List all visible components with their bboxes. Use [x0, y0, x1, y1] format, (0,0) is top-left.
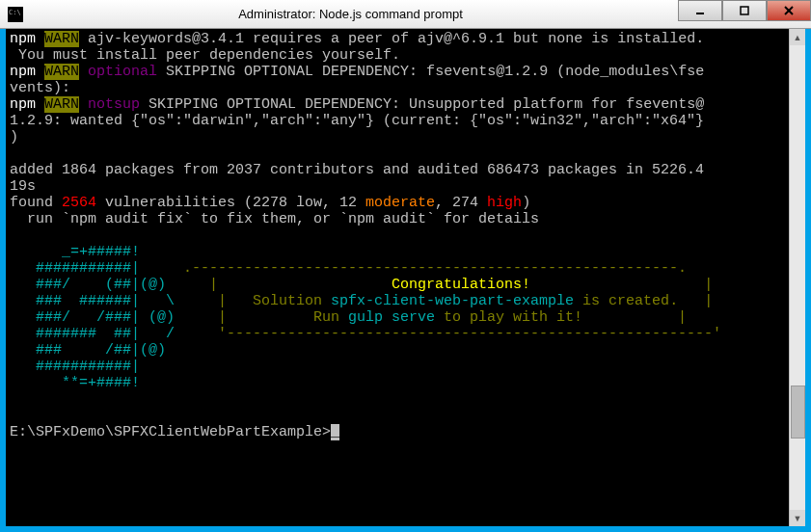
- svg-rect-1: [741, 7, 748, 14]
- close-icon: [783, 5, 795, 16]
- ascii-art: ###########|: [10, 260, 140, 277]
- output-text: ajv-keywords@3.4.1 requires a peer of aj…: [79, 31, 704, 47]
- prompt-path: E:\SPFxDemo\SPFXClientWebPartExample>: [10, 424, 331, 440]
- box-border: to play with it! |: [435, 309, 687, 326]
- scroll-thumb[interactable]: [791, 386, 805, 439]
- output-text: SKIPPING OPTIONAL DEPENDENCY: fsevents@1…: [157, 64, 704, 80]
- output-text: run `npm audit fix` to fix them, or `npm…: [10, 211, 539, 227]
- notsup-tag: notsup: [88, 96, 140, 113]
- moderate-tag: moderate: [365, 195, 435, 211]
- ascii-art: ####### ##| /: [10, 326, 175, 342]
- command-prompt-window: Administrator: Node.js command prompt np…: [0, 0, 811, 532]
- gulp-command: gulp serve: [348, 309, 435, 326]
- congrats-text: Congratulations!: [392, 277, 530, 293]
- npm-prefix: npm: [10, 64, 36, 80]
- output-text: , 274: [435, 195, 487, 211]
- output-text: ): [522, 195, 530, 211]
- box-border: '---------------------------------------…: [175, 326, 721, 342]
- minimize-button[interactable]: [678, 0, 722, 21]
- box-border: .---------------------------------------…: [140, 260, 687, 277]
- ascii-art: ###########|: [10, 359, 140, 375]
- app-icon: [8, 7, 23, 22]
- ascii-art: _=+#####!: [10, 244, 140, 260]
- solution-name: spfx-client-web-part-example: [331, 293, 574, 309]
- output-text: ): [10, 129, 18, 146]
- box-border: | Solution: [175, 293, 331, 309]
- output-text: vents):: [10, 80, 70, 96]
- vertical-scrollbar[interactable]: ▲ ▼: [789, 29, 805, 526]
- output-text: 1.2.9: wanted {"os":"darwin","arch":"any…: [10, 113, 704, 129]
- high-tag: high: [487, 195, 522, 211]
- vuln-count: 2564: [62, 195, 96, 211]
- npm-prefix: npm: [10, 31, 36, 47]
- scroll-up-button[interactable]: ▲: [790, 29, 805, 45]
- ascii-art: ### /##|(@): [10, 342, 166, 359]
- output-text: found: [10, 195, 62, 211]
- cursor: _: [331, 424, 339, 440]
- output-text: 19s: [10, 178, 36, 195]
- output-text: SKIPPING OPTIONAL DEPENDENCY: Unsupporte…: [140, 96, 704, 113]
- npm-prefix: npm: [10, 96, 36, 113]
- output-text: You must install peer dependencies yours…: [10, 47, 400, 64]
- maximize-button[interactable]: [722, 0, 767, 21]
- close-button[interactable]: [767, 0, 811, 21]
- ascii-art: ### ######| \: [10, 293, 175, 309]
- titlebar[interactable]: Administrator: Node.js command prompt: [0, 0, 811, 29]
- output-text: added 1864 packages from 2037 contributo…: [10, 162, 704, 178]
- ascii-art: ###/ (##|(@): [10, 277, 166, 293]
- optional-tag: optional: [88, 64, 157, 80]
- minimize-icon: [694, 5, 706, 16]
- box-border: | Run: [175, 309, 348, 326]
- output-text: vulnerabilities (2278 low, 12: [96, 195, 365, 211]
- window-controls: [678, 0, 811, 28]
- scroll-down-button[interactable]: ▼: [790, 510, 805, 526]
- box-border: is created. |: [574, 293, 713, 309]
- warn-tag: WARN: [44, 96, 79, 113]
- maximize-icon: [739, 5, 750, 16]
- warn-tag: WARN: [44, 31, 79, 47]
- box-border: |: [166, 277, 392, 293]
- box-border: |: [530, 277, 713, 293]
- window-title: Administrator: Node.js command prompt: [23, 7, 678, 21]
- warn-tag: WARN: [44, 64, 79, 80]
- ascii-art: **=+####!: [10, 375, 140, 391]
- terminal-output[interactable]: npm WARN ajv-keywords@3.4.1 requires a p…: [6, 29, 805, 526]
- ascii-art: ###/ /###| (@): [10, 309, 175, 326]
